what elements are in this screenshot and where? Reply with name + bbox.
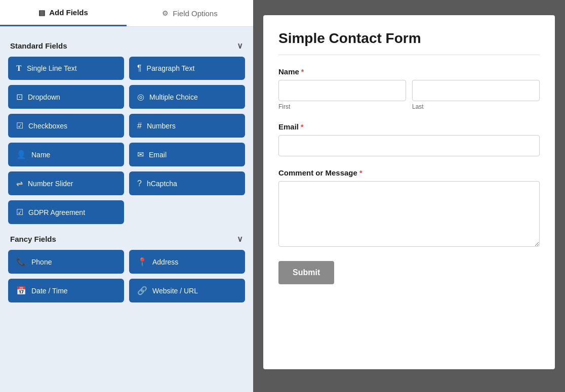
- fancy-fields-chevron-icon: ∨: [237, 234, 243, 244]
- email-icon: ✉: [137, 150, 144, 159]
- field-options-icon: ⚙: [162, 9, 169, 17]
- form-field-comment: Comment or Message *: [278, 168, 540, 249]
- form-title: Simple Contact Form: [278, 30, 540, 47]
- name-label: Name: [31, 151, 50, 159]
- address-label: Address: [152, 258, 178, 266]
- comment-required-star: *: [359, 169, 362, 177]
- number-slider-label: Number Slider: [28, 180, 73, 188]
- field-btn-phone[interactable]: 📞 Phone: [8, 250, 124, 274]
- left-panel: ▤ Add Fields ⚙ Field Options Standard Fi…: [0, 0, 253, 392]
- email-field-label: Email *: [278, 122, 540, 131]
- single-line-text-icon: 𝐓: [16, 64, 22, 73]
- checkboxes-label: Checkboxes: [28, 122, 67, 130]
- field-btn-single-line-text[interactable]: 𝐓 Single Line Text: [8, 57, 124, 80]
- name-field-label: Name *: [278, 67, 540, 76]
- comment-textarea[interactable]: [278, 181, 540, 247]
- first-name-input[interactable]: [278, 80, 406, 101]
- tab-add-fields-label: Add Fields: [49, 8, 88, 17]
- first-name-sublabel: First: [278, 103, 406, 110]
- field-btn-hcaptcha[interactable]: ? hCaptcha: [129, 171, 245, 195]
- field-btn-number-slider[interactable]: ⇌ Number Slider: [8, 171, 124, 195]
- field-btn-checkboxes[interactable]: ☑ Checkboxes: [8, 114, 124, 138]
- comment-field-label: Comment or Message *: [278, 168, 540, 177]
- gdpr-label: GDPR Agreement: [28, 208, 85, 216]
- fancy-fields-grid: 📞 Phone 📍 Address 📅 Date / Time 🔗 Websit…: [8, 250, 245, 302]
- tabs-bar: ▤ Add Fields ⚙ Field Options: [0, 0, 253, 27]
- field-btn-name[interactable]: 👤 Name: [8, 143, 124, 166]
- multiple-choice-icon: ◎: [137, 92, 144, 102]
- field-btn-website-url[interactable]: 🔗 Website / URL: [129, 279, 245, 302]
- name-icon: 👤: [16, 150, 26, 159]
- field-btn-date-time[interactable]: 📅 Date / Time: [8, 279, 124, 302]
- email-label: Email: [149, 151, 167, 159]
- field-btn-email[interactable]: ✉ Email: [129, 143, 245, 166]
- submit-button[interactable]: Submit: [278, 261, 334, 284]
- email-input[interactable]: [278, 135, 540, 156]
- gdpr-icon: ☑: [16, 207, 23, 217]
- phone-icon: 📞: [16, 257, 26, 267]
- tab-add-fields[interactable]: ▤ Add Fields: [0, 0, 127, 26]
- hcaptcha-icon: ?: [137, 179, 142, 188]
- standard-fields-section-header[interactable]: Standard Fields ∨: [8, 35, 245, 57]
- checkboxes-icon: ☑: [16, 121, 23, 130]
- name-inputs: First Last: [278, 80, 540, 110]
- form-field-name: Name * First Last: [278, 67, 540, 110]
- website-url-label: Website / URL: [152, 287, 198, 295]
- panel-content: Standard Fields ∨ 𝐓 Single Line Text ¶ P…: [0, 27, 253, 315]
- field-btn-gdpr[interactable]: ☑ GDPR Agreement: [8, 200, 124, 224]
- numbers-label: Numbers: [147, 122, 176, 130]
- date-time-label: Date / Time: [31, 287, 68, 295]
- field-btn-dropdown[interactable]: ⊡ Dropdown: [8, 85, 124, 109]
- first-name-group: First: [278, 80, 406, 110]
- field-btn-numbers[interactable]: # Numbers: [129, 114, 245, 138]
- website-url-icon: 🔗: [137, 286, 147, 295]
- form-divider: [278, 55, 540, 55]
- right-panel: Simple Contact Form Name * First Last: [253, 0, 565, 392]
- fancy-fields-label: Fancy Fields: [10, 235, 56, 243]
- numbers-icon: #: [137, 121, 142, 130]
- standard-fields-chevron-icon: ∨: [237, 41, 243, 51]
- last-name-sublabel: Last: [412, 103, 540, 110]
- field-btn-multiple-choice[interactable]: ◎ Multiple Choice: [129, 85, 245, 109]
- number-slider-icon: ⇌: [16, 179, 23, 188]
- multiple-choice-label: Multiple Choice: [149, 93, 198, 101]
- form-field-email: Email *: [278, 122, 540, 156]
- dropdown-icon: ⊡: [16, 92, 23, 102]
- single-line-text-label: Single Line Text: [27, 64, 77, 72]
- tab-field-options[interactable]: ⚙ Field Options: [127, 0, 253, 26]
- field-btn-paragraph-text[interactable]: ¶ Paragraph Text: [129, 57, 245, 80]
- last-name-group: Last: [412, 80, 540, 110]
- name-required-star: *: [301, 68, 304, 76]
- date-time-icon: 📅: [16, 286, 26, 295]
- standard-fields-label: Standard Fields: [10, 41, 67, 50]
- email-required-star: *: [301, 123, 303, 131]
- field-btn-address[interactable]: 📍 Address: [129, 250, 245, 274]
- hcaptcha-label: hCaptcha: [147, 180, 177, 188]
- paragraph-text-icon: ¶: [137, 64, 142, 73]
- paragraph-text-label: Paragraph Text: [147, 64, 195, 72]
- form-container: Simple Contact Form Name * First Last: [263, 15, 555, 369]
- dropdown-label: Dropdown: [28, 93, 60, 101]
- fancy-fields-section-header[interactable]: Fancy Fields ∨: [8, 228, 245, 250]
- last-name-input[interactable]: [412, 80, 540, 101]
- phone-label: Phone: [31, 258, 52, 266]
- standard-fields-grid: 𝐓 Single Line Text ¶ Paragraph Text ⊡ Dr…: [8, 57, 245, 224]
- tab-field-options-label: Field Options: [173, 9, 217, 18]
- address-icon: 📍: [137, 257, 147, 267]
- add-fields-icon: ▤: [38, 9, 45, 17]
